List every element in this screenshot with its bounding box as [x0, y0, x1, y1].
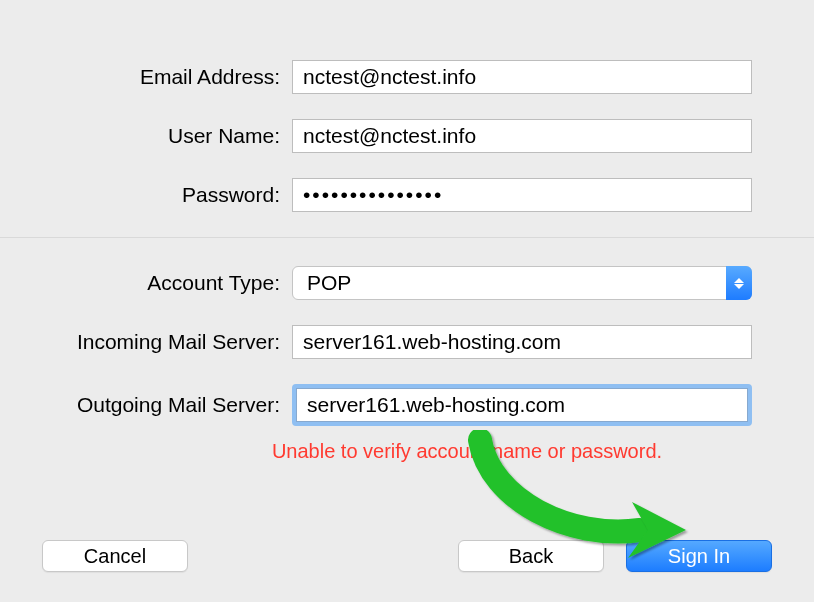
error-message: Unable to verify account name or passwor…	[272, 440, 662, 462]
chevron-up-down-icon	[726, 266, 752, 300]
email-field[interactable]	[292, 60, 752, 94]
password-field[interactable]	[292, 178, 752, 212]
section-divider	[0, 237, 814, 238]
account-type-value: POP	[307, 271, 351, 295]
email-label: Email Address:	[0, 65, 292, 89]
account-type-label: Account Type:	[0, 271, 292, 295]
outgoing-server-field[interactable]	[296, 388, 748, 422]
button-bar: Cancel Back Sign In	[0, 540, 814, 572]
back-button[interactable]: Back	[458, 540, 604, 572]
cancel-button[interactable]: Cancel	[42, 540, 188, 572]
account-type-select[interactable]: POP	[292, 266, 752, 300]
incoming-server-label: Incoming Mail Server:	[0, 330, 292, 354]
password-label: Password:	[0, 183, 292, 207]
incoming-server-field[interactable]	[292, 325, 752, 359]
username-field[interactable]	[292, 119, 752, 153]
account-setup-form: Email Address: User Name: Password: Acco…	[0, 0, 814, 463]
outgoing-server-label: Outgoing Mail Server:	[0, 393, 292, 417]
sign-in-button[interactable]: Sign In	[626, 540, 772, 572]
username-label: User Name:	[0, 124, 292, 148]
